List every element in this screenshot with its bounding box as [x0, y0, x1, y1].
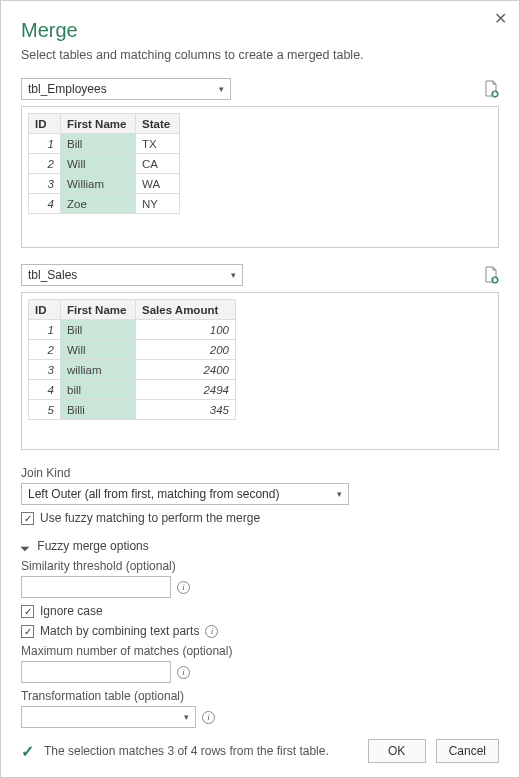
refresh-icon[interactable] [483, 80, 499, 98]
join-kind-dropdown[interactable]: Left Outer (all from first, matching fro… [21, 483, 349, 505]
combine-text-row[interactable]: Match by combining text parts i [21, 624, 499, 638]
table2-select-row: tbl_Sales ▾ [21, 264, 499, 286]
cancel-button[interactable]: Cancel [436, 739, 499, 763]
fuzzy-options-header[interactable]: Fuzzy merge options [21, 539, 499, 553]
transform-table-dropdown[interactable]: ▾ [21, 706, 196, 728]
table-row[interactable]: 2Will200 [29, 340, 236, 360]
dialog-footer: ✓ The selection matches 3 of 4 rows from… [21, 739, 499, 763]
checkmark-icon: ✓ [21, 742, 34, 761]
info-icon[interactable]: i [205, 625, 218, 638]
use-fuzzy-checkbox-row[interactable]: Use fuzzy matching to perform the merge [21, 511, 499, 525]
table2-dropdown[interactable]: tbl_Sales ▾ [21, 264, 243, 286]
ignore-case-checkbox[interactable] [21, 605, 34, 618]
match-status-text: The selection matches 3 of 4 rows from t… [44, 744, 358, 758]
max-matches-input[interactable] [21, 661, 171, 683]
table1-data: ID First Name State 1BillTX 2WillCA 3Wil… [28, 113, 180, 214]
info-icon[interactable]: i [177, 581, 190, 594]
close-icon[interactable]: ✕ [494, 9, 507, 28]
info-icon[interactable]: i [202, 711, 215, 724]
join-kind-label: Join Kind [21, 466, 499, 480]
similarity-label: Similarity threshold (optional) [21, 559, 499, 573]
table-row[interactable]: 2WillCA [29, 154, 180, 174]
table2-data: ID First Name Sales Amount 1Bill100 2Wil… [28, 299, 236, 420]
ignore-case-label: Ignore case [40, 604, 103, 618]
table1-header-id[interactable]: ID [29, 114, 61, 134]
table1-select-row: tbl_Employees ▾ [21, 78, 499, 100]
transform-table-label: Transformation table (optional) [21, 689, 499, 703]
table-row[interactable]: 4ZoeNY [29, 194, 180, 214]
table1-header-firstname[interactable]: First Name [61, 114, 136, 134]
ignore-case-row[interactable]: Ignore case [21, 604, 499, 618]
table1-dropdown[interactable]: tbl_Employees ▾ [21, 78, 231, 100]
chevron-down-icon: ▾ [231, 265, 236, 285]
table-row[interactable]: 3WilliamWA [29, 174, 180, 194]
table1-dropdown-value: tbl_Employees [28, 82, 107, 96]
chevron-down-icon: ▾ [219, 79, 224, 99]
use-fuzzy-checkbox[interactable] [21, 512, 34, 525]
table2-dropdown-value: tbl_Sales [28, 268, 77, 282]
combine-text-label: Match by combining text parts [40, 624, 199, 638]
ok-button[interactable]: OK [368, 739, 426, 763]
table2-header-firstname[interactable]: First Name [61, 300, 136, 320]
use-fuzzy-label: Use fuzzy matching to perform the merge [40, 511, 260, 525]
chevron-down-icon: ▾ [184, 707, 189, 727]
similarity-input[interactable] [21, 576, 171, 598]
table-row[interactable]: 5Billi345 [29, 400, 236, 420]
table-row[interactable]: 1BillTX [29, 134, 180, 154]
dialog-subtitle: Select tables and matching columns to cr… [21, 48, 499, 62]
join-kind-value: Left Outer (all from first, matching fro… [28, 487, 279, 501]
chevron-down-icon: ▾ [337, 484, 342, 504]
table2-header-id[interactable]: ID [29, 300, 61, 320]
table2-grid[interactable]: ID First Name Sales Amount 1Bill100 2Wil… [21, 292, 499, 450]
table1-grid[interactable]: ID First Name State 1BillTX 2WillCA 3Wil… [21, 106, 499, 248]
table-row[interactable]: 3william2400 [29, 360, 236, 380]
table-row[interactable]: 1Bill100 [29, 320, 236, 340]
dialog-title: Merge [21, 19, 499, 42]
refresh-icon[interactable] [483, 266, 499, 284]
table2-header-sales[interactable]: Sales Amount [136, 300, 236, 320]
table1-header-state[interactable]: State [136, 114, 180, 134]
merge-dialog: ✕ Merge Select tables and matching colum… [0, 0, 520, 778]
info-icon[interactable]: i [177, 666, 190, 679]
table-row[interactable]: 4bill2494 [29, 380, 236, 400]
combine-text-checkbox[interactable] [21, 625, 34, 638]
max-matches-label: Maximum number of matches (optional) [21, 644, 499, 658]
